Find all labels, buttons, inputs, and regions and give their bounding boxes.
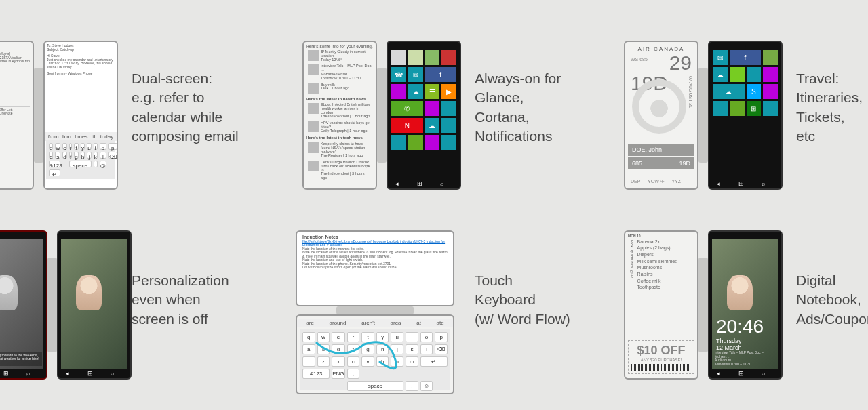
key[interactable]: r (347, 332, 360, 342)
keyboard[interactable]: qwertyuiop asdfghjkl⌫ &123space.@↵ (46, 140, 115, 179)
key-enter[interactable]: ↵ (49, 169, 60, 176)
tile[interactable]: ☁ (425, 118, 440, 133)
key[interactable]: h (376, 344, 389, 354)
tile[interactable]: ☎ (391, 67, 406, 82)
key[interactable]: t (74, 143, 78, 150)
suggest-word[interactable]: him (62, 134, 71, 140)
tile[interactable] (441, 118, 456, 133)
key[interactable]: f (69, 152, 73, 159)
key-num[interactable]: &123 (49, 161, 60, 167)
key-backspace[interactable]: ⌫ (435, 344, 448, 354)
key[interactable]: w (317, 332, 330, 342)
tile[interactable]: ✉ (713, 50, 728, 65)
key[interactable]: f (347, 344, 360, 354)
tile[interactable] (713, 101, 728, 116)
key-lang[interactable]: ENG (332, 369, 344, 379)
nav-buttons[interactable]: ◂ ⊞ ⌕ (58, 370, 130, 377)
tile[interactable] (391, 50, 406, 65)
tile[interactable] (391, 135, 406, 150)
tile[interactable] (425, 135, 440, 150)
key[interactable]: j (87, 152, 91, 159)
key[interactable]: . (94, 161, 98, 167)
key[interactable]: t (361, 332, 374, 342)
key-num[interactable]: &123 (302, 369, 330, 379)
start-tiles[interactable]: ☎✉f☁☰▶✆N☁ (391, 50, 456, 179)
key[interactable]: @ (100, 161, 106, 167)
suggest-word[interactable]: aren't (361, 320, 375, 326)
tile[interactable]: ⊞ (747, 101, 762, 116)
tile[interactable]: ☰ (747, 67, 762, 82)
tile[interactable]: ☁ (408, 84, 423, 99)
key-enter[interactable]: ↵ (420, 356, 448, 367)
key[interactable]: i (94, 143, 98, 150)
key[interactable]: q (302, 332, 315, 342)
key[interactable]: z (317, 356, 330, 367)
key[interactable]: u (87, 143, 91, 150)
key[interactable]: g (361, 344, 374, 354)
key[interactable]: a (49, 152, 53, 159)
suggest-word[interactable]: till (92, 134, 97, 140)
key[interactable]: o (100, 143, 106, 150)
tile[interactable] (441, 101, 456, 116)
tile[interactable]: ▶ (441, 84, 456, 99)
tile[interactable]: N (391, 118, 423, 133)
suggest-word[interactable]: area (391, 320, 401, 326)
suggest-word[interactable]: times (75, 134, 87, 140)
keyboard[interactable]: qwertyuiop asdfghjkl⌫ ↑zxcvbnm↵ &123ENG,… (300, 329, 450, 390)
key-space[interactable]: space (347, 381, 404, 391)
suggest-word[interactable]: around (330, 320, 347, 326)
key[interactable]: s (55, 152, 60, 159)
key[interactable]: x (332, 356, 344, 367)
tile[interactable]: ☁ (713, 67, 728, 82)
tile[interactable] (425, 101, 440, 116)
key[interactable]: w (55, 143, 60, 150)
tile[interactable]: S (747, 84, 762, 99)
start-tiles[interactable]: ✉f☁☰☁S⊞ (713, 50, 778, 179)
key[interactable]: j (391, 344, 403, 354)
key[interactable]: k (94, 152, 98, 159)
key[interactable]: , (347, 369, 360, 379)
tile[interactable]: f (730, 50, 762, 65)
key[interactable]: y (376, 332, 389, 342)
tile[interactable]: ✉ (408, 67, 423, 82)
key[interactable]: p (435, 332, 448, 342)
key[interactable]: d (62, 152, 66, 159)
key[interactable]: r (69, 143, 73, 150)
key[interactable]: m (406, 356, 418, 367)
nav-buttons[interactable]: ◂ ⊞ ⌕ (709, 180, 781, 187)
key-space[interactable]: space (69, 161, 92, 167)
key[interactable]: y (81, 143, 85, 150)
key[interactable]: s (317, 344, 330, 354)
key[interactable]: q (49, 143, 53, 150)
key[interactable]: a (302, 344, 315, 354)
tile[interactable] (441, 50, 456, 65)
key[interactable]: n (391, 356, 403, 367)
key[interactable]: i (406, 332, 418, 342)
key[interactable]: l (100, 152, 106, 159)
key[interactable]: . (406, 381, 418, 391)
nav-buttons[interactable]: ◂ ⊞ ⌕ (0, 370, 46, 377)
suggest-word[interactable]: ate (437, 320, 444, 326)
tile[interactable] (763, 84, 778, 99)
tile[interactable] (391, 84, 406, 99)
key-emoji[interactable]: ☺ (420, 381, 433, 391)
tile[interactable] (408, 50, 423, 65)
nav-buttons[interactable]: ◂ ⊞ ⌕ (709, 370, 781, 377)
key[interactable]: c (347, 356, 360, 367)
suggest-word[interactable]: today (100, 134, 114, 140)
key[interactable]: k (406, 344, 418, 354)
key[interactable]: l (420, 344, 433, 354)
suggest-word[interactable]: at (416, 320, 421, 326)
tile[interactable] (441, 135, 456, 150)
tile[interactable] (730, 67, 745, 82)
tile[interactable] (730, 101, 745, 116)
tile[interactable]: ✆ (391, 101, 423, 116)
suggest-word[interactable]: from (48, 134, 59, 140)
key[interactable]: d (332, 344, 344, 354)
key[interactable]: v (361, 356, 374, 367)
tile[interactable] (425, 50, 440, 65)
key-shift[interactable]: ↑ (302, 356, 315, 367)
key[interactable]: e (62, 143, 66, 150)
tile[interactable]: ☁ (713, 84, 745, 99)
key[interactable]: p (108, 143, 117, 150)
